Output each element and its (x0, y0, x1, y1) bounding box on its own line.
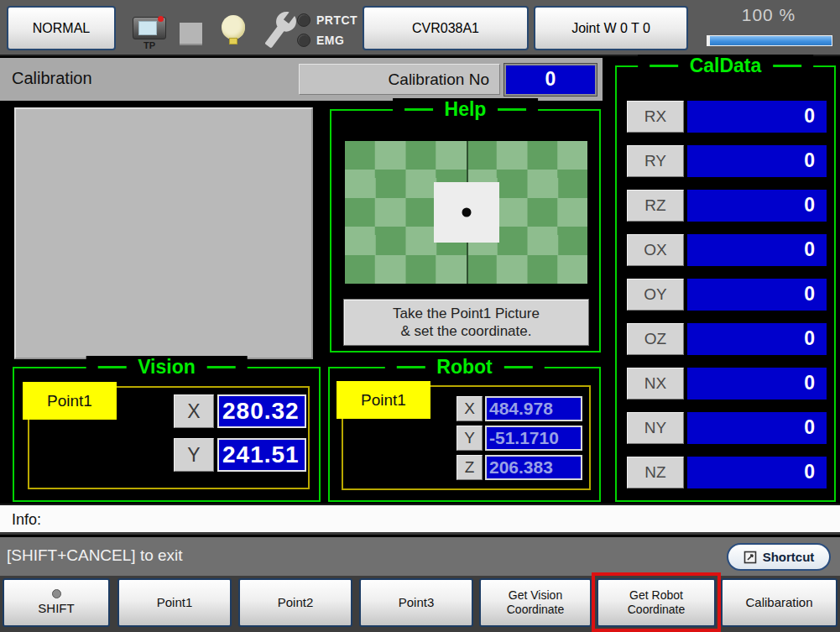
lamp-icon[interactable] (222, 15, 245, 49)
vision-y-label: Y (174, 438, 214, 472)
vision-image-area (14, 107, 313, 359)
speed-override: 100 % (702, 5, 836, 52)
robot-z-label: Z (457, 455, 483, 480)
caldata-title: CalData (690, 55, 762, 77)
caldata-ry-value: 0 (687, 145, 827, 177)
caldata-rz-value: 0 (687, 190, 827, 222)
speed-percent-label: 100 % (702, 5, 836, 25)
legend-dash (396, 366, 425, 368)
caldata-row: NX 0 (617, 368, 834, 400)
caldata-row: RY 0 (617, 145, 834, 177)
vision-x-label: X (174, 394, 214, 428)
safety-indicators: PRTCT EMG (297, 12, 357, 52)
calibration-no-field[interactable]: 0 (504, 64, 597, 96)
help-instruction-line1: Take the Point1 Picture (344, 305, 588, 322)
program-name-button[interactable]: CVR038A1 (363, 6, 529, 50)
legend-dash (650, 65, 678, 67)
caldata-groupbox: CalData RX 0 RY 0 RZ 0 OX 0 OY 0 OZ 0 NX (615, 65, 836, 502)
teach-pendant-icon[interactable]: TP (131, 17, 168, 50)
caldata-ry-label: RY (627, 145, 684, 177)
shortcut-icon (743, 551, 757, 564)
calibaration-key-label: Calibaration (745, 595, 812, 611)
info-label: Info: (12, 511, 41, 529)
vision-point-tag: Point1 (23, 382, 117, 420)
vision-x-value: 280.32 (217, 394, 306, 428)
shortcut-button[interactable]: Shortcut (727, 543, 831, 571)
lamp-glass (222, 15, 245, 39)
get-vision-line1: Get Vision (509, 588, 562, 603)
caldata-ny-label: NY (627, 412, 684, 444)
caldata-ox-label: OX (627, 234, 684, 266)
help-groupbox: Help Take the Point1 Picture & set the c… (330, 109, 601, 353)
status-message: [SHIFT+CANCEL] to exit (7, 546, 183, 565)
camera-icon (133, 17, 166, 39)
get-vision-coordinate-key[interactable]: Get Vision Coordinate (479, 578, 592, 627)
get-robot-coordinate-key[interactable]: Get Robot Coordinate (597, 578, 716, 627)
caldata-oy-value: 0 (687, 279, 827, 311)
function-key-bar: SHIFT Point1 Point2 Point3 Get Vision Co… (0, 576, 840, 632)
caldata-row: NY 0 (617, 412, 834, 444)
legend-dash (404, 108, 433, 111)
wrench-icon[interactable] (259, 7, 301, 52)
speed-progress-fill (710, 36, 832, 45)
calibration-target-image (345, 141, 587, 284)
page-title: Calibration (12, 69, 92, 88)
robot-y-label: Y (457, 426, 483, 451)
robot-groupbox: Robot Point1 X 484.978 Y -51.1710 Z 206.… (328, 367, 601, 502)
target-white-square (434, 182, 499, 243)
caldata-row: NZ 0 (617, 457, 834, 488)
caldata-oz-label: OZ (627, 323, 684, 355)
calibration-no-label: Calibration No (299, 64, 500, 95)
caldata-row: RZ 0 (617, 190, 834, 222)
caldata-row: OY 0 (617, 279, 834, 311)
caldata-row: RX 0 (617, 101, 834, 133)
vision-title: Vision (138, 356, 196, 379)
caldata-oz-value: 0 (687, 323, 827, 355)
legend-dash (498, 108, 526, 111)
caldata-nz-value: 0 (687, 457, 827, 488)
point3-key[interactable]: Point3 (359, 578, 473, 627)
vision-y-value: 241.51 (217, 438, 306, 472)
calibaration-key[interactable]: Calibaration (721, 578, 837, 627)
help-instruction: Take the Point1 Picture & set the coordi… (343, 299, 589, 346)
status-bar: [SHIFT+CANCEL] to exit Shortcut (0, 537, 840, 576)
target-center-dot (462, 208, 471, 217)
caldata-ny-value: 0 (687, 412, 827, 444)
point1-key-label: Point1 (157, 595, 193, 611)
camera-record-dot (158, 16, 164, 22)
help-title: Help (445, 98, 487, 121)
tp-label: TP (131, 40, 168, 50)
point2-key-label: Point2 (278, 595, 314, 611)
prtct-label: PRTCT (316, 13, 357, 27)
caldata-rx-value: 0 (687, 101, 827, 133)
caldata-rx-label: RX (627, 101, 684, 133)
caldata-row: OX 0 (617, 234, 834, 266)
robot-point-tag: Point1 (337, 381, 430, 419)
mode-button[interactable]: NORMAL (7, 6, 116, 50)
vision-groupbox: Vision Point1 X 280.32 Y 241.51 (13, 367, 321, 502)
caldata-rz-label: RZ (627, 190, 684, 222)
shift-key[interactable]: SHIFT (3, 578, 110, 627)
point1-key[interactable]: Point1 (117, 578, 232, 627)
camera-screen (138, 21, 157, 35)
caldata-nx-value: 0 (687, 368, 827, 400)
stop-square-icon[interactable] (180, 23, 202, 45)
robot-x-value: 484.978 (485, 396, 582, 421)
emg-led (297, 34, 310, 47)
lamp-base (229, 38, 237, 44)
point2-key[interactable]: Point2 (238, 578, 352, 627)
help-instruction-line2: & set the coordinate. (344, 322, 588, 340)
get-vision-line2: Coordinate (507, 603, 565, 618)
robot-title: Robot (436, 356, 492, 379)
shift-key-label: SHIFT (38, 601, 74, 617)
get-robot-line1: Get Robot (629, 588, 683, 603)
robot-z-value: 206.383 (485, 455, 582, 480)
robot-y-value: -51.1710 (485, 426, 582, 451)
top-bar: NORMAL TP PRTCT EMG CVR0 (0, 0, 840, 56)
legend-dash (504, 366, 533, 368)
speed-progress-bar (707, 35, 832, 46)
coordinate-mode-button[interactable]: Joint W 0 T 0 (534, 6, 688, 50)
shortcut-label: Shortcut (763, 550, 815, 564)
caldata-nz-label: NZ (627, 457, 684, 488)
caldata-row: OZ 0 (617, 323, 834, 355)
